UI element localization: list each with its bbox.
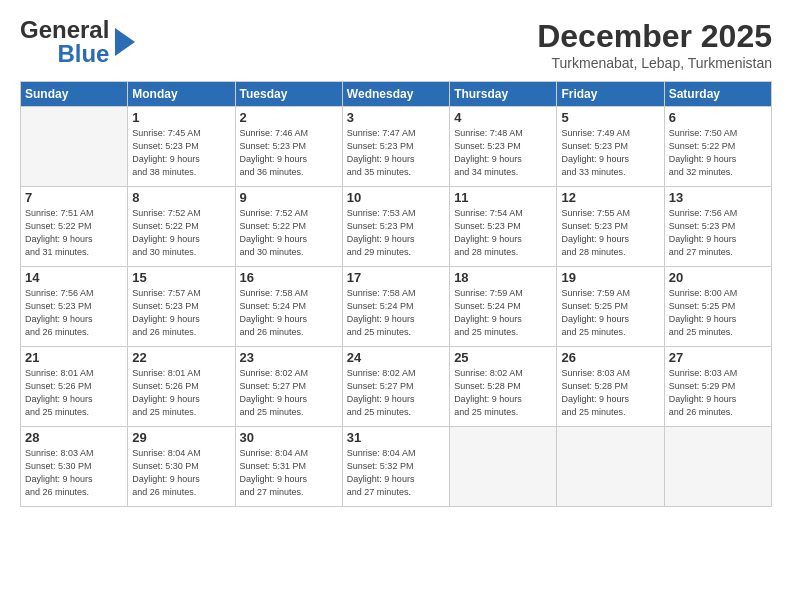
table-row: 29Sunrise: 8:04 AM Sunset: 5:30 PM Dayli… xyxy=(128,427,235,507)
day-number: 21 xyxy=(25,350,123,365)
col-monday: Monday xyxy=(128,82,235,107)
svg-marker-0 xyxy=(115,28,135,56)
table-row: 26Sunrise: 8:03 AM Sunset: 5:28 PM Dayli… xyxy=(557,347,664,427)
day-info: Sunrise: 7:46 AM Sunset: 5:23 PM Dayligh… xyxy=(240,127,338,179)
day-number: 9 xyxy=(240,190,338,205)
table-row: 1Sunrise: 7:45 AM Sunset: 5:23 PM Daylig… xyxy=(128,107,235,187)
day-info: Sunrise: 7:58 AM Sunset: 5:24 PM Dayligh… xyxy=(240,287,338,339)
day-info: Sunrise: 7:54 AM Sunset: 5:23 PM Dayligh… xyxy=(454,207,552,259)
day-number: 31 xyxy=(347,430,445,445)
day-info: Sunrise: 7:52 AM Sunset: 5:22 PM Dayligh… xyxy=(132,207,230,259)
col-saturday: Saturday xyxy=(664,82,771,107)
day-info: Sunrise: 8:04 AM Sunset: 5:30 PM Dayligh… xyxy=(132,447,230,499)
logo-blue-text: Blue xyxy=(57,42,109,66)
day-number: 23 xyxy=(240,350,338,365)
table-row: 9Sunrise: 7:52 AM Sunset: 5:22 PM Daylig… xyxy=(235,187,342,267)
table-row xyxy=(21,107,128,187)
table-row: 27Sunrise: 8:03 AM Sunset: 5:29 PM Dayli… xyxy=(664,347,771,427)
day-number: 18 xyxy=(454,270,552,285)
table-row: 3Sunrise: 7:47 AM Sunset: 5:23 PM Daylig… xyxy=(342,107,449,187)
calendar: Sunday Monday Tuesday Wednesday Thursday… xyxy=(20,81,772,507)
table-row: 25Sunrise: 8:02 AM Sunset: 5:28 PM Dayli… xyxy=(450,347,557,427)
day-info: Sunrise: 7:45 AM Sunset: 5:23 PM Dayligh… xyxy=(132,127,230,179)
header: General Blue December 2025 Turkmenabat, … xyxy=(20,18,772,71)
table-row: 21Sunrise: 8:01 AM Sunset: 5:26 PM Dayli… xyxy=(21,347,128,427)
page: General Blue December 2025 Turkmenabat, … xyxy=(0,0,792,612)
day-number: 19 xyxy=(561,270,659,285)
day-info: Sunrise: 7:51 AM Sunset: 5:22 PM Dayligh… xyxy=(25,207,123,259)
table-row: 28Sunrise: 8:03 AM Sunset: 5:30 PM Dayli… xyxy=(21,427,128,507)
table-row: 17Sunrise: 7:58 AM Sunset: 5:24 PM Dayli… xyxy=(342,267,449,347)
day-number: 12 xyxy=(561,190,659,205)
table-row: 7Sunrise: 7:51 AM Sunset: 5:22 PM Daylig… xyxy=(21,187,128,267)
day-number: 28 xyxy=(25,430,123,445)
day-info: Sunrise: 7:53 AM Sunset: 5:23 PM Dayligh… xyxy=(347,207,445,259)
calendar-header-row: Sunday Monday Tuesday Wednesday Thursday… xyxy=(21,82,772,107)
day-info: Sunrise: 7:48 AM Sunset: 5:23 PM Dayligh… xyxy=(454,127,552,179)
table-row: 11Sunrise: 7:54 AM Sunset: 5:23 PM Dayli… xyxy=(450,187,557,267)
logo-general-text: General xyxy=(20,18,109,42)
table-row: 14Sunrise: 7:56 AM Sunset: 5:23 PM Dayli… xyxy=(21,267,128,347)
table-row: 15Sunrise: 7:57 AM Sunset: 5:23 PM Dayli… xyxy=(128,267,235,347)
day-number: 22 xyxy=(132,350,230,365)
calendar-week-row: 1Sunrise: 7:45 AM Sunset: 5:23 PM Daylig… xyxy=(21,107,772,187)
col-thursday: Thursday xyxy=(450,82,557,107)
table-row xyxy=(664,427,771,507)
day-info: Sunrise: 8:01 AM Sunset: 5:26 PM Dayligh… xyxy=(25,367,123,419)
table-row: 12Sunrise: 7:55 AM Sunset: 5:23 PM Dayli… xyxy=(557,187,664,267)
day-info: Sunrise: 7:47 AM Sunset: 5:23 PM Dayligh… xyxy=(347,127,445,179)
calendar-body: 1Sunrise: 7:45 AM Sunset: 5:23 PM Daylig… xyxy=(21,107,772,507)
day-info: Sunrise: 7:57 AM Sunset: 5:23 PM Dayligh… xyxy=(132,287,230,339)
day-number: 30 xyxy=(240,430,338,445)
col-wednesday: Wednesday xyxy=(342,82,449,107)
table-row: 6Sunrise: 7:50 AM Sunset: 5:22 PM Daylig… xyxy=(664,107,771,187)
day-number: 2 xyxy=(240,110,338,125)
day-number: 3 xyxy=(347,110,445,125)
day-number: 13 xyxy=(669,190,767,205)
month-title: December 2025 xyxy=(537,18,772,55)
table-row: 5Sunrise: 7:49 AM Sunset: 5:23 PM Daylig… xyxy=(557,107,664,187)
table-row: 19Sunrise: 7:59 AM Sunset: 5:25 PM Dayli… xyxy=(557,267,664,347)
table-row: 13Sunrise: 7:56 AM Sunset: 5:23 PM Dayli… xyxy=(664,187,771,267)
day-info: Sunrise: 8:04 AM Sunset: 5:31 PM Dayligh… xyxy=(240,447,338,499)
table-row: 30Sunrise: 8:04 AM Sunset: 5:31 PM Dayli… xyxy=(235,427,342,507)
day-number: 5 xyxy=(561,110,659,125)
calendar-week-row: 21Sunrise: 8:01 AM Sunset: 5:26 PM Dayli… xyxy=(21,347,772,427)
table-row: 16Sunrise: 7:58 AM Sunset: 5:24 PM Dayli… xyxy=(235,267,342,347)
logo: General Blue xyxy=(20,18,137,66)
day-number: 10 xyxy=(347,190,445,205)
day-info: Sunrise: 7:56 AM Sunset: 5:23 PM Dayligh… xyxy=(669,207,767,259)
day-number: 1 xyxy=(132,110,230,125)
day-number: 14 xyxy=(25,270,123,285)
day-number: 16 xyxy=(240,270,338,285)
location: Turkmenabat, Lebap, Turkmenistan xyxy=(537,55,772,71)
table-row: 18Sunrise: 7:59 AM Sunset: 5:24 PM Dayli… xyxy=(450,267,557,347)
day-number: 17 xyxy=(347,270,445,285)
day-info: Sunrise: 8:03 AM Sunset: 5:28 PM Dayligh… xyxy=(561,367,659,419)
calendar-week-row: 14Sunrise: 7:56 AM Sunset: 5:23 PM Dayli… xyxy=(21,267,772,347)
day-number: 11 xyxy=(454,190,552,205)
day-info: Sunrise: 8:04 AM Sunset: 5:32 PM Dayligh… xyxy=(347,447,445,499)
table-row: 23Sunrise: 8:02 AM Sunset: 5:27 PM Dayli… xyxy=(235,347,342,427)
day-number: 26 xyxy=(561,350,659,365)
table-row xyxy=(450,427,557,507)
table-row: 22Sunrise: 8:01 AM Sunset: 5:26 PM Dayli… xyxy=(128,347,235,427)
calendar-week-row: 7Sunrise: 7:51 AM Sunset: 5:22 PM Daylig… xyxy=(21,187,772,267)
day-number: 7 xyxy=(25,190,123,205)
table-row xyxy=(557,427,664,507)
col-friday: Friday xyxy=(557,82,664,107)
day-info: Sunrise: 7:55 AM Sunset: 5:23 PM Dayligh… xyxy=(561,207,659,259)
day-info: Sunrise: 7:59 AM Sunset: 5:25 PM Dayligh… xyxy=(561,287,659,339)
day-number: 15 xyxy=(132,270,230,285)
calendar-week-row: 28Sunrise: 8:03 AM Sunset: 5:30 PM Dayli… xyxy=(21,427,772,507)
day-info: Sunrise: 8:02 AM Sunset: 5:27 PM Dayligh… xyxy=(347,367,445,419)
day-info: Sunrise: 7:58 AM Sunset: 5:24 PM Dayligh… xyxy=(347,287,445,339)
day-info: Sunrise: 7:59 AM Sunset: 5:24 PM Dayligh… xyxy=(454,287,552,339)
day-info: Sunrise: 8:02 AM Sunset: 5:27 PM Dayligh… xyxy=(240,367,338,419)
day-info: Sunrise: 8:02 AM Sunset: 5:28 PM Dayligh… xyxy=(454,367,552,419)
table-row: 10Sunrise: 7:53 AM Sunset: 5:23 PM Dayli… xyxy=(342,187,449,267)
table-row: 24Sunrise: 8:02 AM Sunset: 5:27 PM Dayli… xyxy=(342,347,449,427)
day-info: Sunrise: 7:52 AM Sunset: 5:22 PM Dayligh… xyxy=(240,207,338,259)
day-info: Sunrise: 7:50 AM Sunset: 5:22 PM Dayligh… xyxy=(669,127,767,179)
table-row: 4Sunrise: 7:48 AM Sunset: 5:23 PM Daylig… xyxy=(450,107,557,187)
